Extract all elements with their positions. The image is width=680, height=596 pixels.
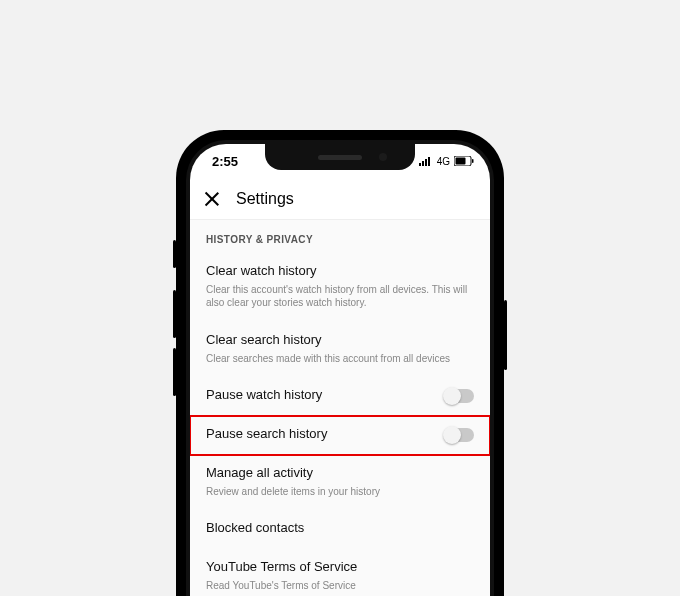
network-label: 4G (437, 156, 450, 167)
signal-icon (419, 156, 433, 166)
section-header: HISTORY & PRIVACY (190, 220, 490, 253)
row-title: Clear search history (206, 332, 474, 349)
row-title: Pause search history (206, 426, 434, 443)
row-pause-search-history[interactable]: Pause search history (190, 416, 490, 455)
phone-side-button (504, 300, 507, 370)
phone-side-button (173, 290, 176, 338)
row-clear-search-history[interactable]: Clear search history Clear searches made… (190, 322, 490, 377)
phone-screen: 2:55 4G Settings HISTORY & PRIVACY (190, 144, 490, 596)
battery-icon (454, 156, 474, 166)
toggle-pause-search[interactable] (444, 428, 474, 442)
svg-rect-2 (425, 159, 427, 166)
nav-bar: Settings (190, 178, 490, 220)
row-subtitle: Review and delete items in your history (206, 485, 474, 499)
svg-rect-1 (422, 161, 424, 166)
page-title: Settings (236, 190, 294, 208)
phone-notch (265, 144, 415, 170)
svg-rect-5 (456, 158, 466, 165)
svg-rect-6 (472, 159, 474, 163)
row-title: YouTube Terms of Service (206, 559, 474, 576)
phone-bezel: 2:55 4G Settings HISTORY & PRIVACY (186, 140, 494, 596)
phone-side-button (173, 348, 176, 396)
toggle-pause-watch[interactable] (444, 389, 474, 403)
row-subtitle: Read YouTube's Terms of Service (206, 579, 474, 593)
row-title: Manage all activity (206, 465, 474, 482)
close-icon[interactable] (204, 191, 220, 207)
row-clear-watch-history[interactable]: Clear watch history Clear this account's… (190, 253, 490, 322)
row-title: Clear watch history (206, 263, 474, 280)
svg-rect-0 (419, 163, 421, 166)
phone-side-button (173, 240, 176, 268)
speaker-grille (318, 155, 362, 160)
settings-content: HISTORY & PRIVACY Clear watch history Cl… (190, 220, 490, 596)
status-time: 2:55 (212, 154, 238, 169)
svg-rect-3 (428, 157, 430, 166)
status-right: 4G (419, 156, 474, 167)
row-subtitle: Clear this account's watch history from … (206, 283, 474, 310)
phone-frame: 2:55 4G Settings HISTORY & PRIVACY (176, 130, 504, 596)
row-subtitle: Clear searches made with this account fr… (206, 352, 474, 366)
row-pause-watch-history[interactable]: Pause watch history (190, 377, 490, 416)
front-camera (379, 153, 387, 161)
row-title: Pause watch history (206, 387, 434, 404)
row-title: Blocked contacts (206, 520, 474, 537)
row-manage-activity[interactable]: Manage all activity Review and delete it… (190, 455, 490, 510)
row-terms-of-service[interactable]: YouTube Terms of Service Read YouTube's … (190, 549, 490, 596)
row-blocked-contacts[interactable]: Blocked contacts (190, 510, 490, 549)
